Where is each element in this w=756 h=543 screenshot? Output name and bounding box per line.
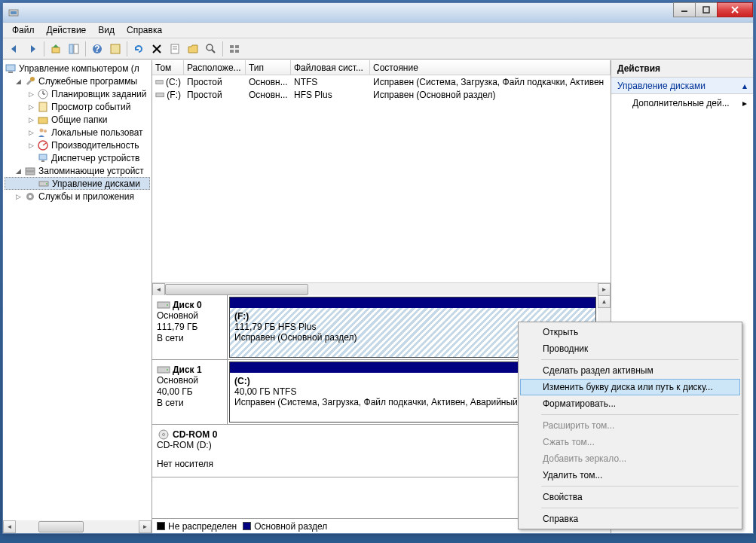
tree-perf[interactable]: ▷ Производительность xyxy=(5,139,150,151)
disk-state: В сети xyxy=(157,333,222,344)
find-button[interactable] xyxy=(203,41,219,57)
tree-shared[interactable]: ▷ Общие папки xyxy=(5,113,150,126)
vol-name: (C:) xyxy=(152,77,184,87)
disk-info[interactable]: Диск 1 Основной 40,00 ГБ В сети xyxy=(152,360,228,424)
ctx-explorer[interactable]: Проводник xyxy=(520,340,740,357)
actions-more[interactable]: Дополнительные дей...▸ xyxy=(611,94,753,112)
up-button[interactable] xyxy=(47,41,64,57)
scroll-right-button[interactable]: ► xyxy=(139,520,152,533)
window-controls xyxy=(674,2,753,17)
expand-icon[interactable]: ▷ xyxy=(27,115,35,124)
partition-header xyxy=(230,297,595,308)
ctx-open[interactable]: Открыть xyxy=(520,324,740,340)
titlebar[interactable] xyxy=(3,3,753,23)
tree-services[interactable]: ▷ Службы и приложения xyxy=(5,190,150,203)
ctx-format[interactable]: Форматировать... xyxy=(520,395,740,412)
tree-scrollbar[interactable]: ◄ ► xyxy=(3,520,152,533)
tree-system-tools[interactable]: ◢ Служебные программы xyxy=(5,75,150,87)
disk-name: Диск 1 xyxy=(157,365,222,375)
ctx-separator xyxy=(541,414,739,415)
menubar: Файл Действие Вид Справка xyxy=(3,23,753,38)
expand-icon[interactable]: ▷ xyxy=(27,102,35,111)
tree-storage[interactable]: ◢ Запоминающие устройст xyxy=(5,164,150,177)
context-menu: Открыть Проводник Сделать раздел активны… xyxy=(518,322,742,529)
maximize-button[interactable] xyxy=(695,2,718,17)
svg-text:?: ? xyxy=(94,44,99,54)
expand-icon[interactable]: ▷ xyxy=(27,90,35,98)
settings-button[interactable] xyxy=(226,41,243,57)
ctx-shrink: Сжать том... xyxy=(520,434,740,450)
col-status[interactable]: Состояние xyxy=(370,60,611,75)
collapse-icon[interactable]: ◢ xyxy=(14,166,23,175)
perf-icon xyxy=(37,139,49,151)
svg-rect-23 xyxy=(6,65,15,71)
tree-scheduler[interactable]: ▷ Планировщик заданий xyxy=(5,87,150,100)
scroll-track[interactable] xyxy=(165,283,598,296)
refresh-button[interactable] xyxy=(130,41,147,57)
col-fs[interactable]: Файловая сист... xyxy=(291,60,370,75)
svg-rect-8 xyxy=(74,44,78,53)
expand-icon[interactable]: ▷ xyxy=(27,128,35,136)
tree-root[interactable]: Управление компьютером (л xyxy=(5,62,150,75)
icon-button[interactable] xyxy=(107,41,124,57)
list-scrollbar[interactable]: ◄ ► xyxy=(152,282,611,295)
vol-layout: Простой xyxy=(184,90,246,100)
scroll-up-button[interactable]: ▲ xyxy=(598,295,611,308)
col-volume[interactable]: Том xyxy=(152,60,184,75)
volume-row[interactable]: (F:) Простой Основн... HFS Plus Исправен… xyxy=(152,88,611,101)
menu-view[interactable]: Вид xyxy=(92,23,121,37)
menu-file[interactable]: Файл xyxy=(6,23,41,37)
ctx-change-letter[interactable]: Изменить букву диска или путь к диску... xyxy=(520,379,740,395)
vol-status: Исправен (Система, Загрузка, Файл подкач… xyxy=(370,77,611,87)
toolbar-sep xyxy=(127,41,127,56)
tree-events[interactable]: ▷ Просмотр событий xyxy=(5,100,150,113)
tree-users[interactable]: ▷ Локальные пользоват xyxy=(5,126,150,139)
ctx-props[interactable]: Свойства xyxy=(520,489,740,505)
expand-icon[interactable]: ▷ xyxy=(27,141,35,149)
toolbar-sep xyxy=(85,41,86,56)
scroll-thumb[interactable] xyxy=(165,284,308,295)
show-tree-button[interactable] xyxy=(66,41,82,57)
svg-rect-19 xyxy=(230,45,234,48)
back-button[interactable] xyxy=(6,41,23,57)
scroll-track[interactable] xyxy=(16,520,139,533)
menu-action[interactable]: Действие xyxy=(41,23,93,37)
vol-fs: NTFS xyxy=(291,77,370,87)
tree-devmgr[interactable]: Диспетчер устройств xyxy=(5,151,150,164)
close-button[interactable] xyxy=(717,2,753,17)
scroll-right-button[interactable]: ► xyxy=(598,283,611,296)
volume-row[interactable]: (C:) Простой Основн... NTFS Исправен (Си… xyxy=(152,75,611,88)
minimize-button[interactable] xyxy=(673,2,696,17)
disk-info[interactable]: Диск 0 Основной 111,79 ГБ В сети xyxy=(152,295,228,359)
legend-swatch xyxy=(157,522,165,530)
ctx-mirror: Добавить зеркало... xyxy=(520,450,740,467)
col-layout[interactable]: Расположе... xyxy=(184,60,246,75)
ctx-help[interactable]: Справка xyxy=(520,511,740,527)
ctx-active[interactable]: Сделать раздел активным xyxy=(520,362,740,379)
volume-list: Том Расположе... Тип Файловая сист... Со… xyxy=(152,60,611,282)
ctx-delete[interactable]: Удалить том... xyxy=(520,467,740,484)
tree-diskmgmt[interactable]: Управление дисками xyxy=(5,177,150,190)
scroll-left-button[interactable]: ◄ xyxy=(3,520,16,533)
events-icon xyxy=(37,101,49,113)
forward-button[interactable] xyxy=(24,41,41,57)
clock-icon xyxy=(37,88,49,100)
delete-button[interactable] xyxy=(148,41,165,57)
svg-rect-37 xyxy=(26,168,35,171)
help-button[interactable]: ? xyxy=(89,41,106,57)
ctx-separator xyxy=(541,508,739,508)
collapse-icon[interactable]: ◢ xyxy=(14,77,23,85)
scroll-thumb[interactable] xyxy=(38,521,84,532)
expand-icon[interactable]: ▷ xyxy=(14,192,23,200)
props-button[interactable] xyxy=(167,41,183,57)
vol-layout: Простой xyxy=(184,77,246,87)
open-button[interactable] xyxy=(185,41,201,57)
actions-section[interactable]: Управление дисками▴ xyxy=(611,78,753,94)
disk-state: В сети xyxy=(157,398,222,409)
svg-rect-6 xyxy=(52,47,60,53)
col-type[interactable]: Тип xyxy=(246,60,291,75)
disk-icon xyxy=(38,178,50,190)
toolbar-sep xyxy=(222,41,223,56)
scroll-left-button[interactable]: ◄ xyxy=(152,283,165,296)
menu-help[interactable]: Справка xyxy=(121,23,168,37)
